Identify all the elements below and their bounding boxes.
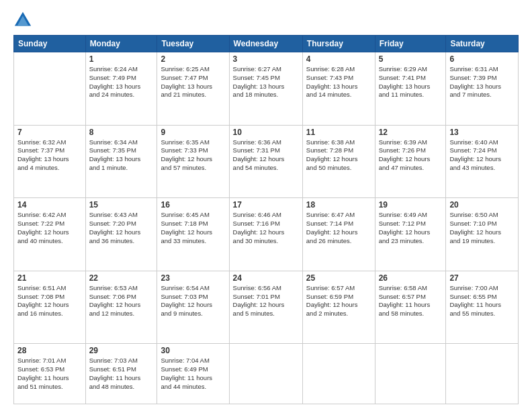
calendar-cell [375, 344, 446, 404]
day-info: Sunrise: 7:00 AM Sunset: 6:55 PM Dayligh… [449, 284, 515, 318]
day-number: 9 [161, 128, 225, 137]
day-info: Sunrise: 6:35 AM Sunset: 7:33 PM Dayligh… [161, 138, 225, 173]
calendar-cell: 27Sunrise: 7:00 AM Sunset: 6:55 PM Dayli… [446, 271, 519, 344]
calendar-cell: 25Sunrise: 6:57 AM Sunset: 6:59 PM Dayli… [302, 271, 375, 344]
day-info: Sunrise: 6:36 AM Sunset: 7:31 PM Dayligh… [233, 138, 299, 173]
day-number: 13 [449, 128, 515, 137]
calendar-cell: 16Sunrise: 6:45 AM Sunset: 7:18 PM Dayli… [157, 198, 229, 271]
weekday-header: Monday [85, 36, 157, 52]
weekday-header: Saturday [446, 36, 519, 52]
day-number: 4 [306, 54, 371, 64]
calendar-table: SundayMondayTuesdayWednesdayThursdayFrid… [13, 35, 519, 404]
calendar-cell: 15Sunrise: 6:43 AM Sunset: 7:20 PM Dayli… [85, 198, 157, 271]
calendar-cell: 19Sunrise: 6:49 AM Sunset: 7:12 PM Dayli… [375, 198, 446, 271]
calendar-cell: 26Sunrise: 6:58 AM Sunset: 6:57 PM Dayli… [375, 271, 446, 344]
day-info: Sunrise: 6:25 AM Sunset: 7:47 PM Dayligh… [161, 65, 225, 99]
day-info: Sunrise: 6:53 AM Sunset: 7:06 PM Dayligh… [89, 284, 154, 318]
calendar-cell: 21Sunrise: 6:51 AM Sunset: 7:08 PM Dayli… [14, 271, 86, 344]
day-info: Sunrise: 6:50 AM Sunset: 7:10 PM Dayligh… [449, 211, 515, 245]
day-number: 6 [449, 54, 515, 64]
calendar-cell: 13Sunrise: 6:40 AM Sunset: 7:24 PM Dayli… [446, 125, 519, 198]
calendar-cell: 22Sunrise: 6:53 AM Sunset: 7:06 PM Dayli… [85, 271, 157, 344]
day-info: Sunrise: 6:47 AM Sunset: 7:14 PM Dayligh… [306, 211, 371, 245]
day-number: 19 [379, 200, 443, 210]
calendar-header-row: SundayMondayTuesdayWednesdayThursdayFrid… [14, 36, 519, 52]
calendar-cell: 1Sunrise: 6:24 AM Sunset: 7:49 PM Daylig… [85, 52, 157, 126]
day-number: 16 [161, 200, 225, 210]
weekday-header: Friday [375, 36, 446, 52]
day-number: 1 [89, 54, 154, 64]
day-info: Sunrise: 6:49 AM Sunset: 7:12 PM Dayligh… [379, 211, 443, 245]
day-number: 25 [306, 273, 371, 283]
day-info: Sunrise: 6:57 AM Sunset: 6:59 PM Dayligh… [306, 284, 371, 318]
day-number: 18 [306, 200, 371, 210]
calendar-week-row: 7Sunrise: 6:32 AM Sunset: 7:37 PM Daylig… [14, 125, 519, 198]
weekday-header: Wednesday [229, 36, 302, 52]
day-number: 11 [306, 128, 371, 137]
day-info: Sunrise: 6:27 AM Sunset: 7:45 PM Dayligh… [233, 65, 299, 99]
day-info: Sunrise: 6:43 AM Sunset: 7:20 PM Dayligh… [89, 211, 154, 245]
calendar-cell: 5Sunrise: 6:29 AM Sunset: 7:41 PM Daylig… [375, 52, 446, 126]
calendar-week-row: 21Sunrise: 6:51 AM Sunset: 7:08 PM Dayli… [14, 271, 519, 344]
calendar-cell: 10Sunrise: 6:36 AM Sunset: 7:31 PM Dayli… [229, 125, 302, 198]
day-info: Sunrise: 6:24 AM Sunset: 7:49 PM Dayligh… [89, 65, 154, 99]
logo-icon [13, 11, 32, 30]
calendar-cell: 23Sunrise: 6:54 AM Sunset: 7:03 PM Dayli… [157, 271, 229, 344]
calendar-cell [446, 344, 519, 404]
day-number: 23 [161, 273, 225, 283]
day-number: 26 [379, 273, 443, 283]
calendar-cell: 8Sunrise: 6:34 AM Sunset: 7:35 PM Daylig… [85, 125, 157, 198]
weekday-header: Tuesday [157, 36, 229, 52]
day-number: 7 [17, 128, 82, 137]
calendar-week-row: 1Sunrise: 6:24 AM Sunset: 7:49 PM Daylig… [14, 52, 519, 126]
day-number: 2 [161, 54, 225, 64]
day-info: Sunrise: 6:32 AM Sunset: 7:37 PM Dayligh… [17, 138, 82, 173]
day-number: 8 [89, 128, 154, 137]
weekday-header: Thursday [302, 36, 375, 52]
calendar-cell: 20Sunrise: 6:50 AM Sunset: 7:10 PM Dayli… [446, 198, 519, 271]
day-info: Sunrise: 6:34 AM Sunset: 7:35 PM Dayligh… [89, 138, 154, 173]
day-number: 27 [449, 273, 515, 283]
day-number: 21 [17, 273, 82, 283]
day-number: 24 [233, 273, 299, 283]
day-info: Sunrise: 6:39 AM Sunset: 7:26 PM Dayligh… [379, 138, 443, 173]
day-number: 5 [379, 54, 443, 64]
calendar-cell: 30Sunrise: 7:04 AM Sunset: 6:49 PM Dayli… [157, 344, 229, 404]
day-info: Sunrise: 7:04 AM Sunset: 6:49 PM Dayligh… [161, 357, 225, 391]
day-number: 22 [89, 273, 154, 283]
logo [13, 11, 35, 30]
calendar-cell: 28Sunrise: 7:01 AM Sunset: 6:53 PM Dayli… [14, 344, 86, 404]
calendar-cell: 2Sunrise: 6:25 AM Sunset: 7:47 PM Daylig… [157, 52, 229, 126]
day-info: Sunrise: 6:56 AM Sunset: 7:01 PM Dayligh… [233, 284, 299, 318]
day-number: 15 [89, 200, 154, 210]
calendar-cell: 14Sunrise: 6:42 AM Sunset: 7:22 PM Dayli… [14, 198, 86, 271]
day-info: Sunrise: 6:40 AM Sunset: 7:24 PM Dayligh… [449, 138, 515, 173]
day-info: Sunrise: 6:42 AM Sunset: 7:22 PM Dayligh… [17, 211, 82, 245]
calendar-cell: 18Sunrise: 6:47 AM Sunset: 7:14 PM Dayli… [302, 198, 375, 271]
day-number: 28 [17, 346, 82, 355]
day-number: 14 [17, 200, 82, 210]
day-number: 29 [89, 346, 154, 355]
calendar-cell [229, 344, 302, 404]
weekday-header: Sunday [14, 36, 86, 52]
calendar-cell: 11Sunrise: 6:38 AM Sunset: 7:28 PM Dayli… [302, 125, 375, 198]
day-number: 10 [233, 128, 299, 137]
day-info: Sunrise: 6:51 AM Sunset: 7:08 PM Dayligh… [17, 284, 82, 318]
calendar-cell: 17Sunrise: 6:46 AM Sunset: 7:16 PM Dayli… [229, 198, 302, 271]
day-info: Sunrise: 6:46 AM Sunset: 7:16 PM Dayligh… [233, 211, 299, 245]
day-number: 3 [233, 54, 299, 64]
calendar-cell: 4Sunrise: 6:28 AM Sunset: 7:43 PM Daylig… [302, 52, 375, 126]
day-number: 20 [449, 200, 515, 210]
day-number: 12 [379, 128, 443, 137]
calendar-cell: 24Sunrise: 6:56 AM Sunset: 7:01 PM Dayli… [229, 271, 302, 344]
day-info: Sunrise: 6:58 AM Sunset: 6:57 PM Dayligh… [379, 284, 443, 318]
calendar-cell: 3Sunrise: 6:27 AM Sunset: 7:45 PM Daylig… [229, 52, 302, 126]
day-info: Sunrise: 6:38 AM Sunset: 7:28 PM Dayligh… [306, 138, 371, 173]
calendar-cell: 9Sunrise: 6:35 AM Sunset: 7:33 PM Daylig… [157, 125, 229, 198]
calendar-cell [302, 344, 375, 404]
page-header [13, 11, 519, 30]
calendar-cell: 7Sunrise: 6:32 AM Sunset: 7:37 PM Daylig… [14, 125, 86, 198]
day-info: Sunrise: 7:01 AM Sunset: 6:53 PM Dayligh… [17, 357, 82, 391]
calendar-week-row: 28Sunrise: 7:01 AM Sunset: 6:53 PM Dayli… [14, 344, 519, 404]
day-number: 30 [161, 346, 225, 355]
